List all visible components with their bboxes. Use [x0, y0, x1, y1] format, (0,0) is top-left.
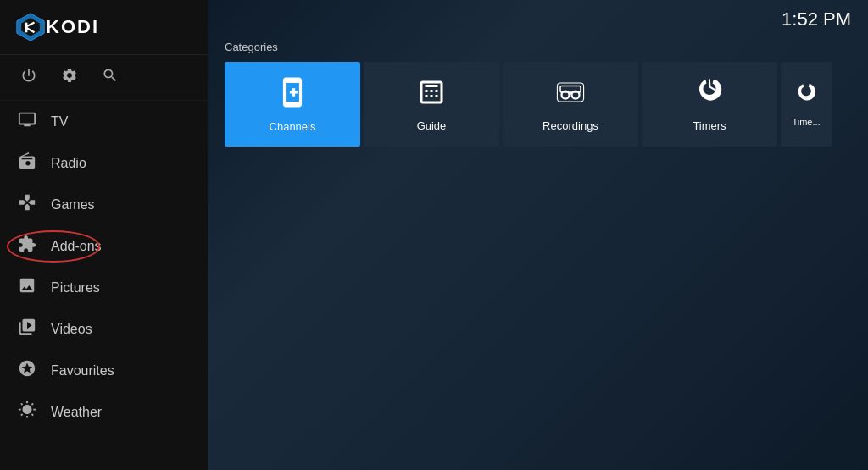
weather-icon [17, 401, 37, 423]
power-button[interactable] [20, 67, 37, 88]
nav-item-games[interactable]: Games [0, 184, 208, 225]
timers-label: Timers [693, 119, 726, 132]
addons-label: Add-ons [51, 239, 102, 254]
games-icon [17, 193, 37, 216]
clock-display: 1:52 PM [782, 8, 851, 30]
category-tile-recordings[interactable]: Recordings [503, 62, 638, 147]
radio-label: Radio [51, 156, 86, 171]
recordings-icon [555, 77, 586, 114]
favourites-icon [17, 359, 37, 382]
nav-item-pictures[interactable]: Pictures [0, 267, 208, 308]
nav-item-favourites[interactable]: Favourites [0, 350, 208, 391]
videos-label: Videos [51, 322, 92, 337]
partial-label: Time... [792, 117, 820, 127]
nav-item-videos[interactable]: Videos [0, 308, 208, 350]
sidebar-header: KODI [0, 0, 208, 55]
recordings-label: Recordings [542, 119, 598, 132]
app-title: KODI [46, 16, 99, 38]
categories-label: Categories [208, 39, 868, 62]
guide-label: Guide [417, 119, 447, 132]
partial-timers-icon [794, 82, 818, 112]
weather-label: Weather [51, 405, 102, 420]
main-content: 1:52 PM Categories Channels Guide [208, 0, 868, 470]
category-tile-guide[interactable]: Guide [364, 62, 499, 147]
nav-item-tv[interactable]: TV [0, 101, 208, 142]
category-tile-channels[interactable]: Channels [225, 62, 360, 147]
videos-icon [17, 318, 37, 340]
channels-label: Channels [270, 120, 316, 133]
nav-item-radio[interactable]: Radio [0, 142, 208, 184]
favourites-label: Favourites [51, 363, 114, 379]
tv-icon [17, 110, 37, 133]
top-bar: 1:52 PM [208, 0, 868, 39]
addons-icon [17, 235, 37, 257]
guide-icon [416, 77, 447, 114]
categories-row: Channels Guide [208, 62, 868, 147]
nav-item-weather[interactable]: Weather [0, 391, 208, 433]
kodi-logo-icon [15, 12, 46, 42]
radio-icon [17, 152, 37, 174]
pictures-label: Pictures [51, 280, 100, 296]
category-tile-partial[interactable]: Time... [781, 62, 832, 147]
settings-button[interactable] [61, 67, 78, 88]
sidebar-icon-bar [0, 55, 208, 101]
search-button[interactable] [102, 67, 119, 88]
nav-item-addons[interactable]: Add-ons [0, 225, 208, 267]
games-label: Games [51, 197, 95, 213]
category-tile-timers[interactable]: Timers [642, 62, 777, 147]
tv-label: TV [51, 114, 68, 130]
pictures-icon [17, 276, 37, 299]
timers-icon [694, 77, 725, 114]
sidebar: KODI TV [0, 0, 208, 470]
channels-icon [276, 76, 309, 115]
